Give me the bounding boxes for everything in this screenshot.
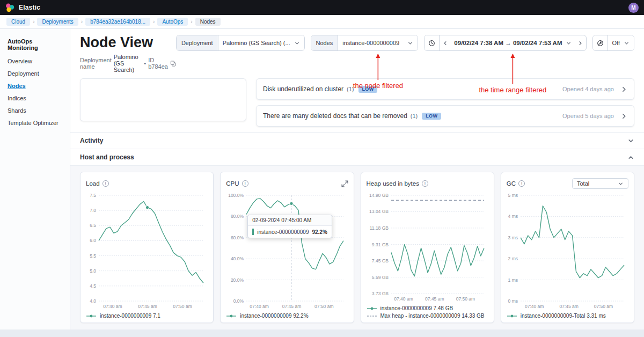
section-activity[interactable]: Activity [70,132,644,149]
nodes-filter-label: Nodes [311,35,339,50]
chart-title: GC [507,180,516,187]
gc-metric-value: Total [577,180,589,187]
chevron-down-icon [294,40,300,46]
time-next-button[interactable] [575,35,586,50]
event-title: There are many deleted docs that can be … [263,112,407,120]
sidebar-item-template-optimizer[interactable]: Template Optimizer [8,120,62,126]
meta-label: Deployment name [80,57,112,70]
main-header: Node View Deployment name Palomino (GS S… [70,29,644,75]
legend-item[interactable]: instance-0000000009-Total 3.31 ms [507,313,628,319]
severity-badge: LOW [422,113,441,120]
refresh-interval-value: Off [612,40,620,46]
page-title: Node View [80,34,176,51]
main-content: Node View Deployment name Palomino (GS S… [70,29,644,329]
sidebar-item-deployment[interactable]: Deployment [8,70,62,77]
event-row-disk-underutilized[interactable]: Disk underutilized on cluster (1) LOW Op… [256,78,634,100]
chart-title: Heap used in bytes [367,180,419,187]
heap-chart-plot[interactable]: 14.90 GB13.04 GB11.18 GB9.31 GB7.45 GB5.… [367,190,488,302]
sidebar: AutoOps Monitoring Overview Deployment N… [0,29,70,329]
time-range-display[interactable]: 09/02/24 7:38 AM → 09/02/24 7:53 AM [450,35,575,50]
legend-label: Max heap - instance-0000000009 14.33 GB [380,313,485,319]
event-count: (1) [347,86,354,92]
brand-name: Elastic [19,4,40,11]
event-rows: Disk underutilized on cluster (1) LOW Op… [256,78,634,127]
svg-text:07:40 am: 07:40 am [525,304,544,309]
deployment-filter-group: Deployment Palomino (GS Search) (... [176,35,305,51]
svg-text:6.5: 6.5 [90,223,96,228]
event-row-deleted-docs[interactable]: There are many deleted docs that can be … [256,105,634,127]
nodes-select[interactable]: instance-0000000009 [338,35,418,50]
sidebar-item-nodes[interactable]: Nodes [8,83,62,89]
elastic-logo[interactable] [5,3,14,12]
svg-text:3 ms: 3 ms [508,235,517,240]
refresh-interval-select[interactable]: Off [608,35,634,50]
info-icon[interactable]: i [242,180,248,187]
svg-text:7.5: 7.5 [90,193,96,198]
svg-text:07:45 am: 07:45 am [559,304,578,309]
svg-text:7.0: 7.0 [90,208,96,213]
info-icon[interactable]: i [518,180,525,187]
gc-chart-svg: 5 ms4 ms3 ms2 ms1 ms0 ms07:40 am07:45 am… [507,190,628,310]
chevron-down-icon [627,137,634,144]
legend-label: instance-0000000009 7.1 [100,313,160,319]
cpu-chart-card: CPU i 02-09-2024 07:45:00 AM instance-00… [220,172,354,323]
legend-item[interactable]: Max heap - instance-0000000009 14.33 GB [367,313,488,319]
refresh-off-icon [597,40,604,47]
legend-label: instance-0000000009 92.2% [240,313,308,319]
expand-icon[interactable] [341,180,348,187]
deployment-meta: Deployment name Palomino (GS Search) • I… [80,54,176,73]
time-prev-button[interactable] [440,35,450,50]
legend-line-icon [226,313,237,319]
svg-text:3.73 GB: 3.73 GB [371,291,389,296]
chart-title: Load [86,180,100,187]
legend-line-icon [507,313,517,319]
legend-item[interactable]: instance-0000000009 7.1 [86,313,208,319]
svg-text:14.90 GB: 14.90 GB [369,193,389,198]
chevron-down-icon [618,181,624,187]
sidebar-title: AutoOps Monitoring [8,38,62,51]
breadcrumb-autoops[interactable]: AutoOps [157,18,188,26]
legend-item[interactable]: instance-0000000009 7.48 GB [367,305,488,311]
chevron-down-icon [624,40,630,46]
section-host-process[interactable]: Host and process [70,149,644,166]
load-chart-plot[interactable]: 7.57.06.56.05.55.04.54.007:40 am07:45 am… [86,190,208,310]
chevron-right-icon [620,86,627,93]
events-panel-left [80,78,246,121]
sidebar-item-shards[interactable]: Shards [8,107,62,114]
auto-refresh-group: Off [592,35,634,51]
filters-bar: Deployment Palomino (GS Search) (... Nod… [176,35,634,51]
cpu-chart-plot[interactable]: 02-09-2024 07:45:00 AM instance-00000000… [226,190,348,310]
event-opened-time: Opened 4 days ago [562,86,614,92]
chevron-down-icon [566,40,572,46]
breadcrumb-cloud[interactable]: Cloud [6,18,30,26]
legend-item[interactable]: instance-0000000009 92.2% [226,313,348,319]
meta-deployment-id: ID b784ea [148,57,168,70]
info-icon[interactable]: i [422,180,428,187]
event-title: Disk underutilized on cluster [263,85,343,93]
severity-badge: LOW [358,86,378,93]
breadcrumb-nodes: Nodes [195,18,221,26]
copy-icon[interactable] [170,61,176,67]
gc-metric-select[interactable]: Total [572,178,628,189]
chevron-right-icon [620,113,627,120]
sidebar-item-overview[interactable]: Overview [8,58,62,64]
breadcrumb-separator-icon: › [33,19,34,25]
recent-time-ranges-button[interactable] [425,35,440,50]
activity-label: Activity [80,137,103,144]
svg-text:13.04 GB: 13.04 GB [369,209,389,214]
sidebar-item-indices[interactable]: Indices [8,95,62,101]
info-icon[interactable]: i [103,180,109,187]
gc-chart-card: GC i Total 5 ms4 ms3 ms2 ms1 ms0 ms07:40… [501,172,634,323]
gc-chart-plot[interactable]: 5 ms4 ms3 ms2 ms1 ms0 ms07:40 am07:45 am… [507,190,628,310]
user-avatar[interactable]: M [628,3,639,13]
breadcrumb-deployments[interactable]: Deployments [37,18,78,26]
breadcrumb-deployment-id[interactable]: b784ea32ae164b018... [85,18,150,26]
auto-refresh-toggle-button[interactable] [593,35,608,50]
legend-dashed-line-icon [367,313,377,319]
breadcrumb-separator-icon: › [153,19,155,25]
meta-separator: • [144,60,146,67]
chevron-left-icon [442,40,448,46]
svg-text:100.0%: 100.0% [228,193,244,198]
legend-label: instance-0000000009 7.48 GB [380,305,453,311]
deployment-select[interactable]: Palomino (GS Search) (... [218,35,304,50]
